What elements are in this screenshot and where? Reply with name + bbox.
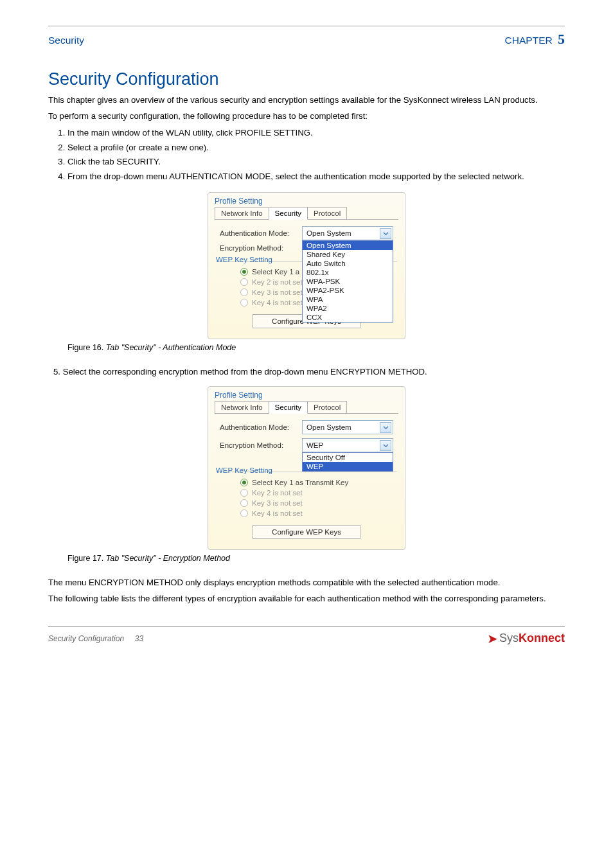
figure-title: Tab "Security" - Authentication Mode <box>106 343 236 352</box>
figure-title: Tab "Security" - Encryption Method <box>106 554 230 563</box>
auth-mode-dropdown[interactable]: Open System Shared Key Auto Switch 802.1… <box>302 240 393 323</box>
chevron-down-icon <box>380 228 391 239</box>
section-title: Security Configuration <box>48 69 565 89</box>
wep-key3-label: Key 3 is not set <box>252 288 303 296</box>
step-item: Select a profile (or create a new one). <box>67 141 565 154</box>
auth-option[interactable]: WPA2 <box>303 304 393 313</box>
wep-key4-radio: Key 4 is not set <box>240 509 397 517</box>
profile-setting-dialog-fig16: Profile Setting Network Info Security Pr… <box>208 192 405 339</box>
wep-key4-label: Key 4 is not set <box>252 299 303 306</box>
wep-key2-label: Key 2 is not set <box>252 489 303 497</box>
step-item: Click the tab SECURITY. <box>67 155 565 168</box>
after-para-1: The menu ENCRYPTION METHOD only displays… <box>48 577 565 588</box>
auth-option[interactable]: WPA-PSK <box>303 277 393 286</box>
auth-mode-value: Open System <box>306 229 351 237</box>
wep-legend: WEP Key Setting <box>216 466 275 474</box>
logo-text-sys: Sys <box>499 632 519 645</box>
step-item: In the main window of the WLAN utility, … <box>67 127 565 139</box>
step-5: 5. Select the corresponding encryption m… <box>48 366 565 377</box>
tab-protocol[interactable]: Protocol <box>307 207 347 219</box>
auth-option[interactable]: 802.1x <box>303 268 393 277</box>
wep-key1-label: Select Key 1 as Transmit Key <box>252 479 348 486</box>
chapter-label: CHAPTER <box>505 35 553 46</box>
enc-method-dropdown[interactable]: Security Off WEP <box>302 452 393 472</box>
enc-method-value: WEP <box>306 441 323 449</box>
tab-security[interactable]: Security <box>269 401 308 414</box>
auth-option[interactable]: CCX <box>303 313 393 322</box>
header-left: Security <box>48 35 84 46</box>
logo-text-konnect: Konnect <box>519 632 565 645</box>
auth-option[interactable]: Open System <box>303 241 393 250</box>
wep-key2-radio: Key 2 is not set <box>240 489 397 497</box>
page-footer: Security Configuration 33 ➤ SysKonnect <box>48 631 565 646</box>
wep-legend: WEP Key Setting <box>216 256 275 263</box>
auth-mode-value: Open System <box>306 423 351 431</box>
enc-option[interactable]: WEP <box>303 462 393 471</box>
step-list: In the main window of the WLAN utility, … <box>48 127 565 183</box>
wep-key1-radio[interactable]: Select Key 1 as Transmit Key <box>240 479 397 486</box>
enc-method-label: Encryption Method: <box>220 441 302 449</box>
auth-mode-select[interactable]: Open System Open System Shared Key Auto … <box>302 226 393 240</box>
tab-protocol[interactable]: Protocol <box>307 401 347 413</box>
figure-number: Figure 16. <box>67 343 103 352</box>
figure-number: Figure 17. <box>67 554 103 563</box>
chapter-number: 5 <box>558 31 565 47</box>
chevron-down-icon <box>380 422 391 433</box>
logo-swoosh-icon: ➤ <box>487 631 498 646</box>
auth-mode-select[interactable]: Open System <box>302 420 393 434</box>
enc-option[interactable]: Security Off <box>303 453 393 462</box>
after-para-2: The following table lists the different … <box>48 593 565 604</box>
wep-key1-label: Select Key 1 a <box>252 268 299 276</box>
wep-key3-radio: Key 3 is not set <box>240 499 397 507</box>
fieldset-legend: Profile Setting <box>215 197 405 206</box>
wep-key2-label: Key 2 is not set <box>252 278 303 286</box>
tab-security[interactable]: Security <box>269 207 308 220</box>
footer-section: Security Configuration <box>48 634 124 643</box>
tab-network-info[interactable]: Network Info <box>215 207 269 219</box>
auth-option[interactable]: Shared Key <box>303 250 393 259</box>
syskonnect-logo: ➤ SysKonnect <box>487 631 565 646</box>
auth-option[interactable]: WPA2-PSK <box>303 286 393 295</box>
configure-wep-keys-button[interactable]: Configure WEP Keys <box>253 525 360 539</box>
fieldset-legend: Profile Setting <box>215 391 405 400</box>
chevron-down-icon <box>380 440 391 451</box>
enc-method-select[interactable]: WEP Security Off WEP <box>302 438 393 452</box>
auth-option[interactable]: WPA <box>303 295 393 304</box>
step-item: From the drop-down menu AUTHENTICATION M… <box>67 170 565 183</box>
enc-method-label: Encryption Method: <box>220 244 302 252</box>
wep-key3-label: Key 3 is not set <box>252 499 303 507</box>
wep-key4-label: Key 4 is not set <box>252 509 303 517</box>
intro-paragraph: This chapter gives an overview of the va… <box>48 94 565 105</box>
page-header: Security CHAPTER 5 <box>48 31 565 48</box>
auth-mode-label: Authentication Mode: <box>220 423 302 431</box>
page-number: 33 <box>135 634 143 643</box>
profile-setting-dialog-fig17: Profile Setting Network Info Security Pr… <box>208 386 405 550</box>
prereq-paragraph: To perform a security configuration, the… <box>48 111 565 121</box>
tab-network-info[interactable]: Network Info <box>215 401 269 413</box>
auth-mode-label: Authentication Mode: <box>220 229 302 237</box>
auth-option[interactable]: Auto Switch <box>303 259 393 268</box>
